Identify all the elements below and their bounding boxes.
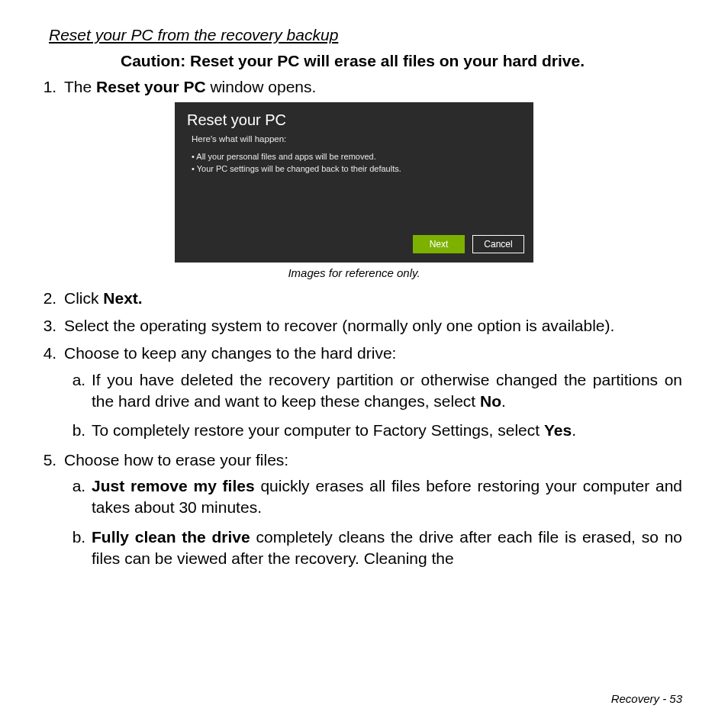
step-5b: Fully clean the drive completely cleans … — [90, 527, 682, 570]
figure-caption: Images for reference only. — [26, 266, 682, 281]
caution-text: Caution: Reset your PC will erase all fi… — [23, 52, 682, 70]
step-3: Select the operating system to recover (… — [61, 315, 682, 337]
step-2-pre: Click — [64, 289, 103, 307]
steps-list: The Reset your PC window opens. Reset yo… — [23, 76, 682, 569]
step-5a-bold: Just remove my files — [92, 477, 255, 494]
step-4b-bold: Yes — [544, 421, 572, 439]
reset-pc-dialog: Reset your PC Here's what will happen: A… — [175, 102, 533, 263]
step-4: Choose to keep any changes to the hard d… — [61, 343, 682, 441]
step-4a-bold: No — [480, 392, 501, 410]
step-2: Click Next. — [61, 288, 682, 309]
dialog-bullet-2: Your PC settings will be changed back to… — [192, 163, 517, 175]
step-5-sublist: Just remove my files quickly erases all … — [64, 475, 682, 569]
page-footer: Recovery - 53 — [611, 692, 682, 705]
next-button[interactable]: Next — [413, 235, 465, 253]
step-5b-bold: Fully clean the drive — [92, 528, 250, 546]
step-4a: If you have deleted the recovery partiti… — [90, 369, 682, 413]
step-5a: Just remove my files quickly erases all … — [90, 475, 682, 519]
step-4a-pre: If you have deleted the recovery partiti… — [92, 371, 682, 410]
dialog-bullets: All your personal files and apps will be… — [175, 151, 533, 175]
step-5-text: Choose how to erase your files: — [64, 451, 288, 469]
step-4b-pre: To completely restore your computer to F… — [92, 421, 544, 439]
section-title: Reset your PC from the recovery backup — [49, 26, 682, 44]
footer-page: 53 — [669, 692, 682, 705]
dialog-subtitle: Here's what will happen: — [175, 134, 533, 150]
dialog-bullet-1: All your personal files and apps will be… — [192, 151, 517, 163]
cancel-button[interactable]: Cancel — [472, 235, 524, 253]
step-1-bold: Reset your PC — [96, 78, 206, 95]
step-4-sublist: If you have deleted the recovery partiti… — [64, 369, 682, 442]
dialog-title: Reset your PC — [175, 102, 533, 134]
footer-section: Recovery - — [611, 692, 670, 705]
figure-wrap: Reset your PC Here's what will happen: A… — [26, 102, 682, 281]
step-4b-post: . — [572, 421, 576, 439]
step-4b: To completely restore your computer to F… — [90, 420, 682, 441]
step-4a-post: . — [501, 392, 506, 410]
step-5: Choose how to erase your files: Just rem… — [61, 449, 682, 570]
dialog-buttons: Next Cancel — [413, 235, 524, 253]
step-2-bold: Next. — [103, 289, 142, 307]
step-1-pre: The — [64, 78, 96, 95]
step-1: The Reset your PC window opens. Reset yo… — [61, 76, 682, 282]
step-4-text: Choose to keep any changes to the hard d… — [64, 344, 396, 362]
step-1-post: window opens. — [206, 78, 317, 95]
